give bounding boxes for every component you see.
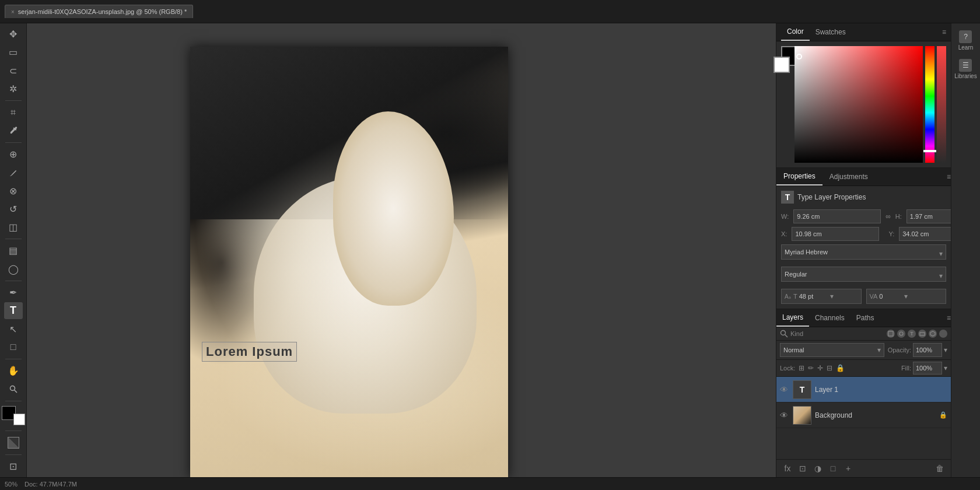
- lock-all-icon[interactable]: 🔒: [836, 364, 845, 372]
- move-tool[interactable]: ✥: [4, 26, 23, 43]
- color-swatches: [2, 406, 25, 425]
- filter-type[interactable]: T: [908, 330, 916, 338]
- zoom-level: 50%: [5, 481, 18, 488]
- fill-field[interactable]: [913, 362, 942, 374]
- filter-adjust[interactable]: [897, 330, 905, 338]
- eraser-tool[interactable]: ◫: [4, 219, 23, 236]
- right-panels: Color Swatches ≡: [776, 23, 951, 477]
- text-content: Lorem Ipsum: [206, 344, 293, 359]
- quick-mask-tool[interactable]: [4, 434, 23, 451]
- properties-menu-icon[interactable]: ≡: [947, 173, 951, 181]
- x-field[interactable]: [792, 227, 879, 241]
- status-bar: 50% Doc: 47.7M/47.7M: [0, 477, 980, 490]
- bg-swatch[interactable]: [774, 57, 790, 73]
- color-gradient[interactable]: [794, 46, 923, 163]
- tab-properties[interactable]: Properties: [776, 168, 822, 186]
- filter-shape[interactable]: [918, 330, 926, 338]
- stamp-tool[interactable]: ⊗: [4, 182, 23, 199]
- font-size-dropdown-arrow[interactable]: ▾: [830, 292, 834, 300]
- color-panel-tabs: Color Swatches ≡: [776, 23, 951, 41]
- separator: [5, 359, 22, 359]
- layer-visibility-layer1[interactable]: 👁: [780, 385, 789, 394]
- opacity-label: Opacity:: [888, 346, 911, 354]
- filter-smart[interactable]: [929, 330, 937, 338]
- background-color[interactable]: [13, 414, 25, 425]
- layer-mask-button[interactable]: ⊡: [796, 462, 809, 475]
- type-tool[interactable]: T: [4, 302, 23, 319]
- w-field[interactable]: [793, 209, 881, 223]
- search-icon: [780, 330, 788, 338]
- close-icon[interactable]: ×: [11, 9, 15, 15]
- far-right-panel: ? Learn ☰ Libraries: [951, 23, 980, 477]
- document-tab[interactable]: × serjan-midili-t0XQ2ASOIZA-unsplash.jpg…: [5, 5, 193, 18]
- hand-tool[interactable]: ✋: [4, 362, 23, 379]
- filter-pixel[interactable]: [887, 330, 895, 338]
- history-brush-tool[interactable]: ↺: [4, 201, 23, 218]
- layers-panel: Layers Channels Paths ≡ Kind T: [776, 309, 951, 477]
- canvas-image: Lorem Ipsum: [190, 47, 508, 477]
- layer-visibility-background[interactable]: 👁: [780, 411, 789, 420]
- fill-arrow[interactable]: ▾: [944, 364, 947, 372]
- layers-menu-icon[interactable]: ≡: [947, 314, 951, 322]
- svg-marker-8: [930, 331, 935, 336]
- separator: [5, 430, 22, 431]
- marquee-tool[interactable]: ▭: [4, 44, 23, 61]
- tab-channels[interactable]: Channels: [809, 310, 850, 326]
- alpha-strip[interactable]: [937, 46, 946, 163]
- tab-color[interactable]: Color: [781, 23, 810, 41]
- brush-tool[interactable]: [4, 164, 23, 181]
- main-layout: ✥ ▭ ⊂ ✲ ⌗ ⊕ ⊗ ↺ ◫ ▤ ◯ ✒ T ↖ □ ✋: [0, 23, 980, 477]
- libraries-button[interactable]: ☰ Libraries: [952, 57, 979, 82]
- layer-group-button[interactable]: □: [827, 462, 839, 475]
- blend-mode-select[interactable]: Normal: [780, 343, 884, 357]
- shape-tool[interactable]: □: [4, 339, 23, 356]
- zoom-tool[interactable]: [4, 380, 23, 397]
- layer-item-layer1[interactable]: 👁 T Layer 1: [776, 377, 951, 402]
- path-select-tool[interactable]: ↖: [4, 320, 23, 337]
- font-size-field[interactable]: [799, 293, 828, 300]
- tracking-field[interactable]: [879, 293, 902, 300]
- properties-content: T Type Layer Properties W: ∞ H: X: Y:: [776, 186, 951, 309]
- lock-image-icon[interactable]: ✏: [808, 364, 814, 372]
- crop-tool[interactable]: ⌗: [4, 104, 23, 121]
- delete-layer-button[interactable]: 🗑: [933, 462, 946, 475]
- filter-on[interactable]: [939, 330, 947, 338]
- svg-rect-5: [888, 331, 893, 336]
- separator: [5, 239, 22, 239]
- lock-position-icon[interactable]: ✛: [817, 364, 823, 372]
- opacity-arrow[interactable]: ▾: [944, 346, 947, 354]
- hue-strip[interactable]: [925, 46, 935, 163]
- layer-item-background[interactable]: 👁 Background 🔒: [776, 402, 951, 428]
- opacity-field[interactable]: [913, 343, 942, 357]
- tab-paths[interactable]: Paths: [850, 310, 880, 326]
- panel-menu-icon[interactable]: ≡: [942, 28, 946, 36]
- magic-wand-tool[interactable]: ✲: [4, 80, 23, 97]
- lock-artboard-icon[interactable]: ⊟: [827, 364, 832, 372]
- screen-mode-tool[interactable]: ⊡: [4, 458, 23, 475]
- lasso-tool[interactable]: ⊂: [4, 62, 23, 79]
- new-layer-button[interactable]: +: [842, 462, 855, 475]
- lock-transparent-icon[interactable]: ⊞: [799, 364, 804, 372]
- tab-layers[interactable]: Layers: [776, 309, 809, 327]
- xy-row: X: Y:: [781, 227, 946, 241]
- font-style-dropdown[interactable]: Regular: [781, 267, 946, 282]
- svg-point-6: [900, 332, 903, 335]
- pen-tool[interactable]: ✒: [4, 284, 23, 301]
- layer-lock-icon: 🔒: [939, 411, 947, 419]
- font-family-dropdown[interactable]: Myriad Hebrew: [781, 244, 946, 260]
- text-layer[interactable]: Lorem Ipsum: [202, 342, 297, 362]
- learn-button[interactable]: ? Learn: [956, 28, 976, 53]
- layer-fx-button[interactable]: fx: [781, 462, 794, 475]
- spot-heal-tool[interactable]: ⊕: [4, 146, 23, 163]
- tab-swatches[interactable]: Swatches: [810, 24, 852, 40]
- layer-adjustment-button[interactable]: ◑: [811, 462, 824, 475]
- left-toolbar: ✥ ▭ ⊂ ✲ ⌗ ⊕ ⊗ ↺ ◫ ▤ ◯ ✒ T ↖ □ ✋: [0, 23, 27, 477]
- learn-label: Learn: [958, 44, 974, 51]
- eyedropper-tool[interactable]: [4, 122, 23, 139]
- gradient-tool[interactable]: ▤: [4, 242, 23, 259]
- tab-adjustments[interactable]: Adjustments: [822, 169, 875, 185]
- tracking-dropdown-arrow[interactable]: ▾: [904, 292, 908, 300]
- libraries-label: Libraries: [954, 73, 977, 79]
- layer-name-background: Background: [815, 411, 936, 419]
- dodge-tool[interactable]: ◯: [4, 261, 23, 278]
